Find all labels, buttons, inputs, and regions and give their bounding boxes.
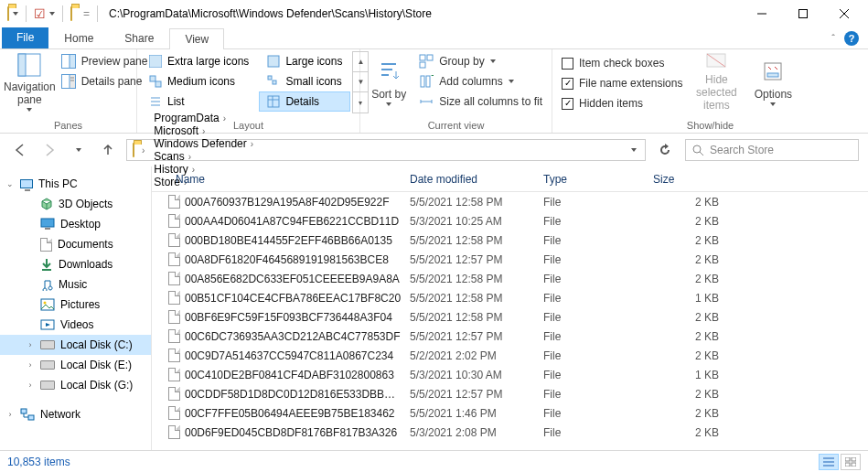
hidden-items-toggle[interactable]: Hidden items (556, 93, 688, 113)
layout-medium-icons[interactable]: Medium icons (141, 71, 257, 91)
file-date: 5/5/2021 12:58 PM (402, 234, 536, 247)
breadcrumb-bar[interactable]: › ProgramData›Microsoft›Windows Defender… (126, 139, 646, 161)
expand-icon[interactable]: ⌄ (5, 179, 15, 188)
layout-details[interactable]: Details (259, 91, 350, 112)
svg-rect-36 (41, 219, 54, 227)
nav-item[interactable]: ›Local Disk (G:) (0, 375, 151, 395)
file-list[interactable]: 000A760937B129A195A8F402D95E922F5/5/2021… (152, 192, 868, 450)
file-name-extensions-toggle[interactable]: File name extensions (556, 73, 688, 93)
nav-item[interactable]: Downloads (0, 254, 151, 274)
search-box[interactable] (685, 139, 859, 161)
expand-icon[interactable]: › (26, 360, 35, 370)
table-row[interactable]: 00CDDF58D1D8DC0D12D816E533DBBBD85/5/2021… (152, 384, 868, 403)
navigation-pane[interactable]: ⌄This PC 3D ObjectsDesktopDocumentsDownl… (0, 166, 151, 450)
nav-network[interactable]: ›Network (0, 404, 151, 424)
table-row[interactable]: 00CF7FFE05B06494AEEE9B75BE1834625/5/2021… (152, 403, 868, 423)
minimize-button[interactable] (741, 0, 782, 27)
close-button[interactable] (823, 0, 864, 27)
nav-item[interactable]: Videos (0, 315, 151, 335)
file-date: 5/5/2021 1:46 PM (402, 407, 536, 420)
file-name: 00A856E682DC633EF051CEEEEB9A9A8A (185, 273, 402, 285)
table-row[interactable]: 00C410DE2BF0841CF4DABF31028008635/3/2021… (152, 365, 868, 384)
group-label-show-hide: Show/hide (556, 118, 864, 133)
recent-locations-button[interactable] (68, 139, 90, 161)
column-header-date[interactable]: Date modified (402, 173, 536, 186)
table-row[interactable]: 00B51CF104CE4CFBA786EEAC17BF8C205/5/2021… (152, 288, 868, 307)
svg-rect-25 (427, 55, 433, 60)
navigation-pane-button[interactable]: Navigation pane (4, 51, 56, 112)
chevron-right-icon[interactable]: › (138, 145, 148, 156)
hide-selected-items-button[interactable]: Hide selected items (688, 51, 745, 112)
chevron-right-icon[interactable]: › (188, 152, 191, 162)
layout-large-icons[interactable]: Large icons (259, 51, 350, 71)
chevron-right-icon[interactable]: › (251, 139, 253, 149)
chevron-right-icon[interactable]: › (202, 126, 205, 136)
qat-dropdown-icon[interactable] (49, 12, 55, 16)
qat-dropdown-icon[interactable] (13, 12, 18, 16)
expand-icon[interactable]: › (5, 410, 15, 419)
column-header-size[interactable]: Size (646, 173, 755, 186)
breadcrumb-segment[interactable]: ProgramData› (148, 112, 259, 124)
properties-icon[interactable]: ☑ (34, 6, 46, 21)
file-icon (168, 425, 180, 439)
tab-view[interactable]: View (169, 28, 224, 49)
breadcrumb-segment[interactable]: Windows Defender› (148, 137, 259, 150)
svg-rect-5 (18, 54, 26, 76)
help-icon[interactable]: ? (844, 31, 859, 46)
details-pane-label: Details pane (81, 75, 143, 88)
table-row[interactable]: 00C6DC736935AA3CD212ABC4C77853DF5/5/2021… (152, 327, 868, 346)
nav-this-pc[interactable]: ⌄This PC (0, 174, 151, 194)
layout-extra-large-icons[interactable]: Extra large icons (141, 51, 257, 71)
table-row[interactable]: 00D6F9ED045CBD8DF8176BF817B3A3265/3/2021… (152, 423, 868, 442)
breadcrumb-segment[interactable]: Scans› (148, 150, 259, 163)
item-check-boxes-toggle[interactable]: Item check boxes (556, 53, 688, 73)
address-dropdown-button[interactable] (625, 148, 643, 152)
nav-item[interactable]: Music (0, 274, 151, 295)
search-input[interactable] (710, 144, 852, 156)
table-row[interactable]: 00C9D7A514637CC5947C811A0867C2345/2/2021… (152, 346, 868, 365)
options-icon (762, 60, 784, 82)
table-row[interactable]: 000BD180BE414455F2EFF46BB66A01355/5/2021… (152, 231, 868, 250)
chevron-down-icon (490, 59, 496, 63)
column-header-name[interactable]: Name (168, 173, 402, 186)
tab-home[interactable]: Home (48, 27, 109, 48)
nav-item[interactable]: ›Local Disk (E:) (0, 355, 151, 375)
thumbnails-view-toggle[interactable] (841, 454, 861, 470)
layout-small-icons[interactable]: Small icons (259, 71, 350, 91)
table-row[interactable]: 000A760937B129A195A8F402D95E922F5/5/2021… (152, 192, 868, 211)
expand-icon[interactable]: › (26, 381, 35, 390)
window-title: C:\ProgramData\Microsoft\Windows Defende… (102, 7, 741, 20)
layout-list[interactable]: List (141, 91, 257, 112)
nav-item[interactable]: 3D Objects (0, 194, 151, 214)
add-columns-button[interactable]: +Add columns (413, 71, 548, 91)
svg-rect-21 (268, 96, 279, 107)
table-row[interactable]: 00A856E682DC633EF051CEEEEB9A9A8A5/5/2021… (152, 269, 868, 288)
table-row[interactable]: 00BF6E9FC59F15F093BCF736448A3F045/5/2021… (152, 307, 868, 327)
group-by-button[interactable]: Group by (413, 51, 548, 71)
refresh-button[interactable] (652, 139, 678, 161)
maximize-button[interactable] (782, 0, 823, 27)
tab-share[interactable]: Share (109, 27, 169, 48)
drive-icon (40, 340, 55, 349)
forward-button[interactable] (38, 139, 60, 161)
details-view-toggle[interactable] (819, 454, 839, 470)
nav-item[interactable]: Pictures (0, 295, 151, 315)
column-header-type[interactable]: Type (536, 173, 646, 186)
svg-rect-27 (421, 76, 424, 87)
chevron-right-icon[interactable]: › (223, 113, 226, 123)
table-row[interactable]: 000AA4D06041A87C94FEB6221CCBD11D5/3/2021… (152, 211, 868, 231)
back-button[interactable] (9, 139, 31, 161)
expand-icon[interactable]: › (26, 340, 35, 349)
size-columns-button[interactable]: Size all columns to fit (413, 91, 548, 112)
breadcrumb-segment[interactable]: Microsoft› (148, 124, 259, 137)
sort-by-button[interactable]: Sort by (364, 51, 413, 112)
tab-file[interactable]: File (2, 27, 48, 48)
table-row[interactable]: 00A8DF61820F4645689191981563BCE85/5/2021… (152, 250, 868, 269)
up-button[interactable] (97, 139, 119, 161)
nav-item[interactable]: ›Local Disk (C:) (0, 335, 151, 355)
nav-item[interactable]: Desktop (0, 214, 151, 234)
hide-selected-icon (704, 51, 728, 71)
nav-item[interactable]: Documents (0, 234, 151, 254)
options-button[interactable]: Options (745, 51, 801, 112)
collapse-ribbon-icon[interactable]: ˆ (831, 33, 835, 44)
